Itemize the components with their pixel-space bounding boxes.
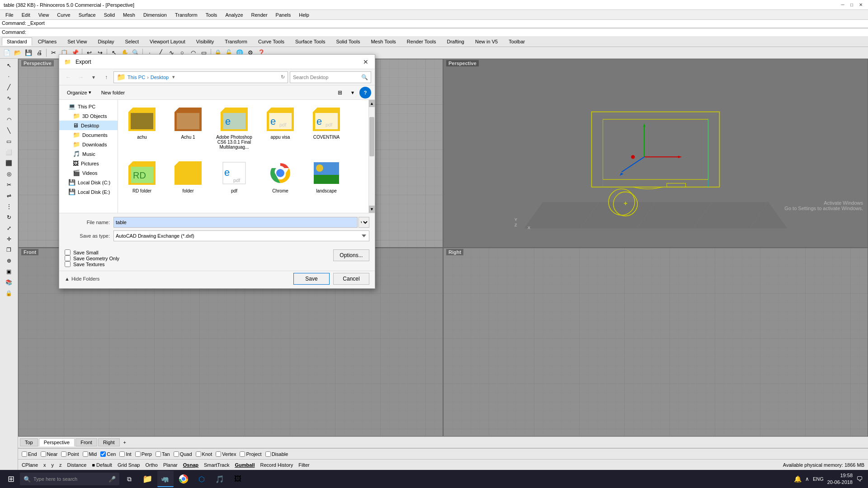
status-gumball[interactable]: Gumball	[235, 462, 255, 468]
sidebar-3dobjects[interactable]: 📁 3D Objects	[59, 111, 118, 121]
viewport-right-label[interactable]: Right	[446, 249, 463, 255]
snap-quad[interactable]: Quad	[174, 451, 192, 457]
snap-point[interactable]: Point	[61, 451, 79, 457]
tab-setview[interactable]: Set View	[62, 38, 92, 46]
sidebar-thispc[interactable]: 💻 This PC	[59, 102, 118, 111]
lt-point[interactable]: ·	[2, 71, 16, 81]
print-icon[interactable]: 🖨	[34, 48, 44, 58]
snap-vertex-cb[interactable]	[216, 451, 221, 457]
lt-move[interactable]: ✛	[2, 234, 16, 244]
menu-dimension[interactable]: Dimension	[140, 11, 170, 19]
minimize-button[interactable]: ─	[839, 1, 846, 9]
lt-rotate[interactable]: ↻	[2, 212, 16, 222]
lt-polyline[interactable]: ╲	[2, 126, 16, 136]
file-folder2[interactable]: folder	[168, 157, 208, 196]
tab-surface-tools[interactable]: Surface Tools	[290, 38, 330, 46]
file-adobe[interactable]: e Adobe Photoshop CS6 13.0.1 Final Multi…	[214, 103, 255, 152]
sidebar-localdiskc[interactable]: 💾 Local Disk (C:)	[59, 178, 118, 187]
tab-render-tools[interactable]: Render Tools	[402, 38, 441, 46]
snap-project[interactable]: Project	[240, 451, 261, 457]
snap-cen-cb[interactable]	[100, 451, 106, 457]
viewport-top-label[interactable]: Perspective	[21, 60, 54, 66]
lt-group[interactable]: ▣	[2, 267, 16, 277]
file-achu1[interactable]: Achu 1	[168, 103, 208, 152]
view-mode-dropdown[interactable]: ▾	[347, 87, 359, 99]
lt-line[interactable]: ╱	[2, 82, 16, 92]
lt-trim[interactable]: ✂	[2, 180, 16, 190]
menu-mesh[interactable]: Mesh	[119, 11, 139, 19]
dialog-close-button[interactable]: ✕	[360, 56, 371, 67]
taskbar-chrome[interactable]	[175, 471, 192, 487]
snap-int[interactable]: Int	[119, 451, 131, 457]
tab-transform[interactable]: Transform	[220, 38, 252, 46]
taskbar-up-arrow[interactable]: ∧	[805, 476, 809, 482]
search-box[interactable]: 🔍	[290, 71, 371, 83]
taskbar-edge-blue[interactable]: ⬡	[193, 471, 210, 487]
taskbar-task-view[interactable]: ⧉	[121, 471, 137, 487]
nav-up-button[interactable]: ↑	[101, 72, 112, 83]
tab-solid-tools[interactable]: Solid Tools	[331, 38, 365, 46]
menu-help[interactable]: Help	[295, 11, 313, 19]
file-appu[interactable]: e pdf appu visa	[260, 103, 301, 152]
tab-cplanes[interactable]: CPlanes	[33, 38, 62, 46]
breadcrumb-refresh[interactable]: ↻	[281, 74, 285, 80]
title-bar-controls[interactable]: ─ □ ✕	[839, 1, 864, 9]
status-planar[interactable]: Planar	[163, 462, 178, 468]
sidebar-downloads[interactable]: 📁 Downloads	[59, 140, 118, 149]
savesmall-checkbox[interactable]	[65, 249, 71, 255]
vp-tab-add[interactable]: +	[121, 439, 129, 446]
menu-view[interactable]: View	[35, 11, 53, 19]
breadcrumb-desktop[interactable]: Desktop	[151, 75, 169, 80]
snap-tan-cb[interactable]	[156, 451, 161, 457]
taskbar-action-center[interactable]: 🗨	[856, 475, 863, 483]
filename-dropdown[interactable]: ▾	[359, 217, 369, 228]
menu-panels[interactable]: Panels	[272, 11, 295, 19]
file-pdf-edge[interactable]: e pdf pdf	[214, 157, 255, 196]
tab-new-v5[interactable]: New in V5	[470, 38, 503, 46]
lt-scale[interactable]: ⤢	[2, 223, 16, 233]
menu-edit[interactable]: Edit	[18, 11, 34, 19]
lt-rectangle[interactable]: ▭	[2, 136, 16, 146]
tab-visibility[interactable]: Visibility	[191, 38, 219, 46]
view-mode-button[interactable]: ⊞	[334, 87, 346, 99]
status-filter[interactable]: Filter	[298, 462, 309, 468]
tab-viewport-layout[interactable]: Viewport Layout	[145, 38, 190, 46]
lt-extrude[interactable]: ⬛	[2, 158, 16, 168]
tab-curve-tools[interactable]: Curve Tools	[253, 38, 289, 46]
lt-surface[interactable]: ⬜	[2, 147, 16, 157]
snap-vertex[interactable]: Vertex	[216, 451, 236, 457]
lt-copy[interactable]: ❐	[2, 245, 16, 255]
sidebar-videos[interactable]: 🎬 Videos	[59, 168, 118, 178]
menu-render[interactable]: Render	[248, 11, 271, 19]
save-icon[interactable]: 💾	[24, 48, 33, 58]
menu-tools[interactable]: Tools	[202, 11, 221, 19]
nav-recent-button[interactable]: ▾	[88, 72, 99, 83]
menu-analyze[interactable]: Analyze	[222, 11, 246, 19]
snap-mid-cb[interactable]	[83, 451, 88, 457]
status-gridsnap[interactable]: Grid Snap	[118, 462, 140, 468]
sidebar-desktop[interactable]: 🖥 Desktop	[59, 121, 118, 130]
close-button[interactable]: ✕	[857, 1, 864, 9]
textures-checkbox[interactable]	[65, 261, 71, 267]
vp-tab-right[interactable]: Right	[98, 438, 120, 446]
vp-tab-front[interactable]: Front	[75, 438, 97, 446]
lt-boolean[interactable]: ◎	[2, 169, 16, 179]
status-smarttrack[interactable]: SmartTrack	[204, 462, 229, 468]
save-button[interactable]: Save	[293, 273, 330, 285]
snap-cen[interactable]: Cen	[100, 451, 116, 457]
vp-tab-top[interactable]: Top	[20, 438, 38, 446]
lt-circle[interactable]: ○	[2, 104, 16, 114]
tab-standard[interactable]: Standard	[2, 38, 32, 46]
menu-surface[interactable]: Surface	[75, 11, 99, 19]
sidebar-music[interactable]: 🎵 Music	[59, 149, 118, 159]
organize-button[interactable]: Organize ▾	[63, 88, 95, 97]
file-landscape[interactable]: landscape	[306, 157, 347, 196]
tab-select[interactable]: Select	[120, 38, 144, 46]
snap-near-cb[interactable]	[41, 451, 46, 457]
file-coventina[interactable]: e pdf COVENTINA	[306, 103, 347, 152]
new-folder-button[interactable]: New folder	[97, 88, 129, 97]
snap-project-cb[interactable]	[240, 451, 245, 457]
cancel-button[interactable]: Cancel	[333, 273, 369, 285]
file-achu[interactable]: achu	[122, 103, 162, 152]
search-bar[interactable]: 🔍 Type here to search 🎤	[20, 473, 119, 485]
